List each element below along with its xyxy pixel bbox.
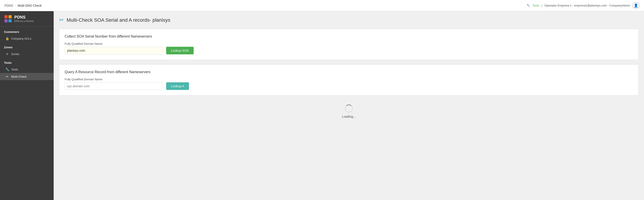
soa-form-label: Fully Qualified Domain Name <box>64 42 163 46</box>
lookup-soa-button[interactable]: Lookup SOA <box>166 47 194 54</box>
soa-card: Collect SOA Serial Number from different… <box>59 29 639 60</box>
app-subtitle: DNS as a Service <box>14 20 34 22</box>
header-right: 🔧 Tools | Operador Empresa 1 - empresa1@… <box>526 2 640 9</box>
a-record-form-group: Fully Qualified Domain Name <box>64 78 163 90</box>
scissors-icon: ✂ <box>5 75 9 78</box>
loading-text: Loading... <box>342 115 356 118</box>
svg-rect-0 <box>4 15 8 18</box>
lock-icon: 🔒 <box>5 37 9 40</box>
sidebar-item-company-acls[interactable]: 🔒 Company ACLs <box>0 35 54 42</box>
sidebar-item-multi-check[interactable]: ✂ Multi-Check <box>0 73 54 80</box>
sidebar-section-customers: Customers <box>0 26 54 35</box>
breadcrumb-separator: › <box>15 4 16 7</box>
wrench-sidebar-icon: 🔧 <box>5 68 9 71</box>
soa-form-group: Fully Qualified Domain Name <box>64 42 163 54</box>
logo-cube-icon <box>4 15 12 23</box>
sidebar-item-zones[interactable]: ≡ Zones <box>0 50 54 58</box>
a-record-card: Query A Resource Record from different N… <box>59 64 639 96</box>
app-name: PDNS <box>14 15 34 20</box>
sidebar-section-tools: Tools <box>0 58 54 66</box>
soa-card-title: Collect SOA Serial Number from different… <box>64 34 633 38</box>
loading-container: Loading... <box>59 100 639 123</box>
wrench-icon: 🔧 <box>526 4 530 7</box>
avatar-icon: 👤 <box>634 3 638 8</box>
soa-form-row: Fully Qualified Domain Name Lookup SOA <box>64 42 633 54</box>
page-title: Multi-Check SOA Serial and A records- pl… <box>67 17 170 23</box>
tools-link[interactable]: Tools <box>532 4 539 7</box>
user-info: Operador Empresa 1 - empresa1@planisys.c… <box>544 4 630 7</box>
logo-text: PDNS DNS as a Service <box>14 15 34 22</box>
svg-rect-3 <box>8 19 12 22</box>
svg-rect-1 <box>8 15 12 18</box>
a-record-card-title: Query A Resource Record from different N… <box>64 70 633 74</box>
a-record-form-row: Fully Qualified Domain Name Lookup A <box>64 78 633 90</box>
content-area: ✂ Multi-Check SOA Serial and A records- … <box>54 11 644 200</box>
svg-rect-2 <box>4 19 8 22</box>
sidebar-item-tools-label: Tools <box>11 68 18 71</box>
a-record-form-label: Fully Qualified Domain Name <box>64 78 163 81</box>
a-record-domain-input[interactable] <box>64 82 163 90</box>
top-header: PDNS › Multi-DNS Check 🔧 Tools | Operado… <box>0 0 644 11</box>
sidebar-item-tools[interactable]: 🔧 Tools <box>0 66 54 73</box>
breadcrumb-current: Multi-DNS Check <box>18 4 42 8</box>
page-title-row: ✂ Multi-Check SOA Serial and A records- … <box>59 16 639 24</box>
breadcrumb: PDNS › Multi-DNS Check <box>4 4 42 8</box>
main-layout: PDNS DNS as a Service Customers 🔒 Compan… <box>0 11 644 200</box>
soa-domain-input[interactable] <box>64 47 163 54</box>
sidebar-logo: PDNS DNS as a Service <box>0 11 54 26</box>
lookup-a-button[interactable]: Lookup A <box>166 82 189 90</box>
page-title-icon: ✂ <box>59 16 64 24</box>
header-separator: | <box>541 4 542 7</box>
sidebar-item-multi-check-label: Multi-Check <box>11 75 26 78</box>
sidebar-item-zones-label: Zones <box>11 52 19 56</box>
list-icon: ≡ <box>5 52 9 56</box>
avatar[interactable]: 👤 <box>632 2 640 9</box>
loading-spinner <box>345 104 353 112</box>
sidebar-item-company-acls-label: Company ACLs <box>11 37 31 40</box>
sidebar-section-zones: Zones <box>0 42 54 50</box>
sidebar: PDNS DNS as a Service Customers 🔒 Compan… <box>0 11 54 200</box>
breadcrumb-root[interactable]: PDNS <box>4 4 13 8</box>
